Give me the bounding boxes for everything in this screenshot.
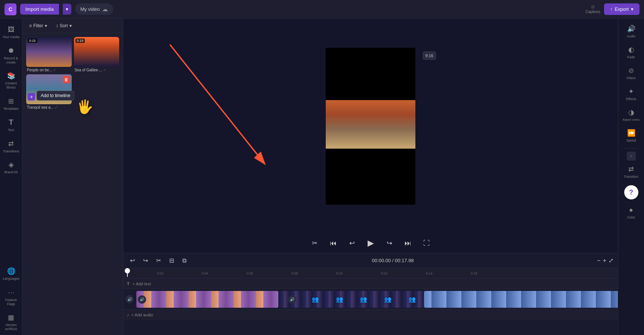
export-button[interactable]: ↑ Export ▾ <box>604 3 640 15</box>
skip-to-start-button[interactable]: ⏮ <box>327 237 339 249</box>
captions-icon: ⊡ <box>591 5 594 9</box>
text-track: T + Add text <box>123 279 618 289</box>
forward-button[interactable]: ↪ <box>383 237 395 249</box>
captions-panel[interactable]: ⊡ Captions <box>585 5 600 14</box>
help-button[interactable]: ? <box>624 185 638 199</box>
right-sidebar-adjust-colors[interactable]: ◑ Adjust colors <box>619 105 643 124</box>
right-sidebar-color[interactable]: ● Color <box>619 203 643 222</box>
sidebar-item-label: Content library <box>1 81 21 90</box>
ruler-mark: 0:10 <box>336 272 343 275</box>
your-media-icon: 🖼 <box>7 25 15 34</box>
filter-button[interactable]: ≡ Filter ▾ <box>26 22 50 30</box>
right-sidebar-label: Color <box>627 215 635 219</box>
filter-icon: ≡ <box>29 23 32 28</box>
right-sidebar-label: Speed <box>626 139 636 142</box>
right-sidebar-label: Adjust colors <box>623 118 640 121</box>
sidebar-item-languages[interactable]: 🌐 Languages <box>0 263 22 285</box>
sidebar-item-content-library[interactable]: 📚 Content library <box>0 68 22 93</box>
templates-icon: ⊞ <box>7 97 15 105</box>
playhead[interactable] <box>127 268 128 277</box>
video-preview-area: 9:16 <box>123 19 618 233</box>
ruler-mark: 0:06 <box>247 272 253 275</box>
split-button[interactable]: ⊟ <box>167 255 176 266</box>
sidebar-item-feature-flags[interactable]: ⋯ Feature Flags <box>0 285 22 310</box>
sidebar-item-your-media[interactable]: 🖼 Your media <box>0 22 22 43</box>
transition-icon: ⇄ <box>628 165 634 173</box>
video-segment-beach[interactable]: 🔊 <box>136 291 278 308</box>
video-preview-bot <box>326 149 415 205</box>
right-sidebar-filters[interactable]: ⊘ Filters <box>619 63 643 83</box>
color-icon: ● <box>629 206 633 214</box>
fit-to-window-button[interactable]: ⤢ <box>609 257 613 264</box>
right-sidebar-effects[interactable]: ✦ Effects <box>619 84 643 104</box>
sidebar-item-transitions[interactable]: ⇄ Transitions <box>0 136 22 157</box>
video-segment-sea[interactable] <box>424 291 618 308</box>
right-sidebar-label: Effects <box>626 97 636 101</box>
add-audio-button[interactable]: + Add audio <box>131 313 153 317</box>
media-panel-toolbar: ≡ Filter ▾ ↕ Sort ▾ <box>22 19 123 33</box>
sidebar-item-label: Feature Flags <box>1 298 21 306</box>
filter-chevron-icon: ▾ <box>45 23 47 28</box>
timeline-area: ↩ ↪ ✂ ⊟ ⧉ 00:00.00 / 00:17.98 − + ⤢ <box>123 253 618 335</box>
ruler-mark: 0:08 <box>291 272 298 275</box>
right-sidebar-transition[interactable]: ⇄ Transition <box>619 162 643 182</box>
sidebar-item-label: Templates <box>3 107 19 111</box>
audio-track-icon: ♪ <box>127 313 129 317</box>
thumb-check-icon: ✓ <box>103 68 106 72</box>
sidebar-item-label: Languages <box>3 277 19 281</box>
import-media-button[interactable]: Import media <box>20 4 59 15</box>
sidebar-item-brand-kit[interactable]: ◈ Brand kit <box>0 157 22 178</box>
sort-button[interactable]: ↕ Sort ▾ <box>53 22 75 30</box>
media-thumb-tranquil[interactable]: 🗑 + Add to timeline Tranquil sea a... ✓ <box>26 74 72 109</box>
sidebar-item-record-create[interactable]: ⏺ Record & create <box>0 43 22 68</box>
right-sidebar-fade[interactable]: ◐ Fade <box>619 43 643 62</box>
timeline-content: 0 0:02 0:04 0:06 0:08 0:10 0:12 0:14 0:1… <box>123 268 618 335</box>
my-video-tab[interactable]: My video ☁ <box>75 3 113 15</box>
duplicate-button[interactable]: ⧉ <box>180 256 189 266</box>
thumb-check-icon: ✓ <box>53 68 56 72</box>
thumb-add-button[interactable]: + <box>28 93 35 100</box>
undo-button[interactable]: ↩ <box>128 255 137 266</box>
sidebar-item-label: Brand kit <box>4 170 18 174</box>
topbar-right: ⊡ Captions ↑ Export ▾ <box>585 3 640 15</box>
rewind-button[interactable]: ↩ <box>346 237 358 249</box>
thumb-delete-button[interactable]: 🗑 <box>63 76 70 83</box>
redo-button[interactable]: ↪ <box>141 255 150 266</box>
fullscreen-button[interactable]: ⛶ <box>421 237 433 249</box>
cloud-icon: ☁ <box>102 6 108 13</box>
ruler-mark: 0:16 <box>471 272 477 275</box>
ruler-mark: 0:02 <box>157 272 164 275</box>
media-thumb-people[interactable]: 0:15 People on be... ✓ <box>26 37 72 72</box>
left-sidebar: 🖼 Your media ⏺ Record & create 📚 Content… <box>0 19 22 335</box>
zoom-in-button[interactable]: + <box>603 257 606 264</box>
video-controls: ✂ ⏮ ↩ ▶ ↪ ⏭ ⛶ <box>123 233 618 253</box>
zoom-out-button[interactable]: − <box>597 257 600 264</box>
version-icon: ▦ <box>7 313 15 322</box>
sidebar-item-text[interactable]: T Text <box>0 115 22 136</box>
right-sidebar-collapse-button[interactable]: ‹ <box>627 152 636 161</box>
right-sidebar-audio[interactable]: 🔊 Audio <box>619 22 643 41</box>
cut-button[interactable]: ✂ <box>154 255 163 266</box>
play-button[interactable]: ▶ <box>365 237 377 249</box>
ruler-mark: 0:14 <box>426 272 433 275</box>
media-thumb-sea-of-galilee[interactable]: 0:19 Sea of Galilee ... ✓ <box>74 37 120 72</box>
right-sidebar-label: Fade <box>627 55 635 59</box>
add-text-button[interactable]: + Add text <box>133 282 151 286</box>
import-media-dropdown-button[interactable]: ▾ <box>63 4 71 15</box>
right-sidebar-speed[interactable]: ⏩ Speed <box>619 126 643 145</box>
languages-icon: 🌐 <box>7 267 15 275</box>
split-at-playhead-button[interactable]: ✂ <box>309 237 321 249</box>
sort-icon: ↕ <box>56 23 58 28</box>
svg-line-1 <box>170 45 265 164</box>
sidebar-item-templates[interactable]: ⊞ Templates <box>0 93 22 115</box>
sort-chevron-icon: ▾ <box>69 23 72 28</box>
video-tracks: 🔊 🔊 🔊 👥 👥 👥 👥 👥 <box>123 289 618 310</box>
skip-to-end-button[interactable]: ⏭ <box>402 237 414 249</box>
speed-icon: ⏩ <box>627 129 635 137</box>
video-preview-container: 9:16 <box>326 48 415 205</box>
audio-icon: 🔊 <box>627 25 635 33</box>
sidebar-item-version[interactable]: ▦ Version ac5f516 <box>0 310 22 335</box>
main-layout: 🖼 Your media ⏺ Record & create 📚 Content… <box>0 19 644 335</box>
sidebar-item-label: Transitions <box>3 149 19 153</box>
video-segment-people[interactable]: 🔊 👥 👥 👥 👥 👥 <box>278 291 424 308</box>
